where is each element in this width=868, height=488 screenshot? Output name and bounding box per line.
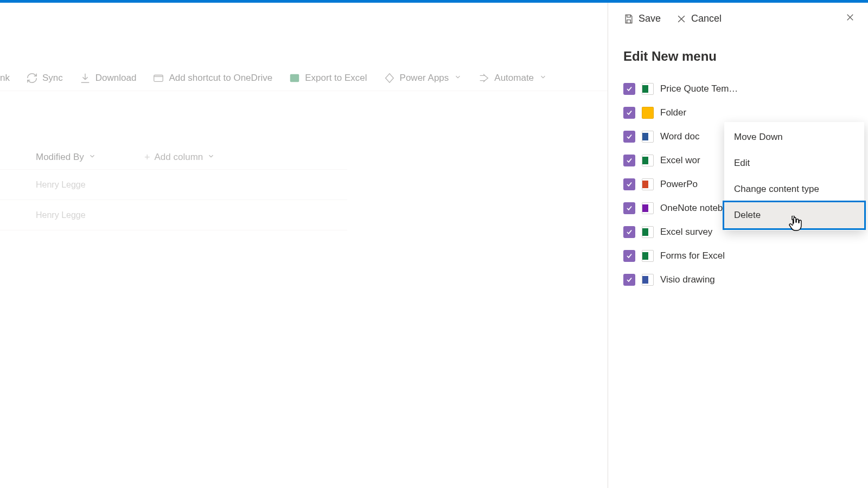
sync-icon (26, 72, 38, 84)
list-rows: Henry Legge Henry Legge (0, 169, 347, 230)
excel-file-icon (642, 250, 654, 262)
toolbar-download[interactable]: Download (76, 68, 140, 88)
toolbar-power-apps[interactable]: Power Apps (380, 68, 465, 88)
chevron-down-icon (88, 152, 96, 163)
table-row[interactable]: Henry Legge (0, 200, 347, 230)
save-button[interactable]: Save (623, 13, 661, 24)
menu-item-label: PowerPo (660, 179, 698, 190)
onenote-file-icon (642, 202, 654, 214)
menu-item[interactable]: Folder (623, 101, 853, 125)
menu-item-label: Word doc (660, 131, 699, 142)
menu-item[interactable]: Forms for Excel (623, 244, 853, 268)
chevron-down-icon (207, 152, 215, 163)
checkbox-checked[interactable] (623, 274, 635, 286)
svg-rect-0 (154, 75, 163, 81)
toolbar-automate[interactable]: Automate (475, 68, 550, 88)
add-column-label: Add column (155, 152, 203, 163)
toolbar-automate-label: Automate (494, 73, 534, 84)
chevron-down-icon (539, 73, 547, 84)
word-file-icon (642, 131, 654, 143)
column-modified-by[interactable]: Modified By (36, 152, 144, 163)
context-menu-item[interactable]: Delete (724, 202, 864, 228)
power-apps-icon (384, 72, 395, 84)
menu-item-label: Excel survey (660, 227, 712, 237)
visio-file-icon (642, 274, 654, 286)
excel-file-icon (642, 155, 654, 166)
save-label: Save (639, 13, 661, 24)
excel-file-icon (642, 226, 654, 238)
close-icon (676, 14, 687, 24)
edit-new-menu-panel: Save Cancel Edit New menu Price Quote Te… (608, 3, 868, 488)
table-row[interactable]: Henry Legge (0, 170, 347, 200)
menu-item-label: Visio drawing (660, 274, 715, 285)
panel-title: Edit New menu (608, 35, 868, 77)
toolbar-export-excel[interactable]: Export to Excel (285, 68, 370, 88)
checkbox-checked[interactable] (623, 178, 635, 190)
menu-item[interactable]: Price Quote Templa... (623, 77, 853, 101)
menu-item[interactable]: Visio drawing (623, 268, 853, 292)
panel-close-button[interactable] (845, 12, 855, 25)
context-menu-item[interactable]: Move Down (724, 124, 864, 150)
checkbox-checked[interactable] (623, 83, 635, 95)
cancel-label: Cancel (691, 13, 722, 24)
context-menu-item[interactable]: Change content type (724, 176, 864, 202)
cell-modified-by: Henry Legge (36, 210, 86, 220)
checkbox-checked[interactable] (623, 131, 635, 143)
menu-item-label: Folder (660, 107, 686, 118)
checkbox-checked[interactable] (623, 250, 635, 262)
toolbar-power-apps-label: Power Apps (400, 73, 449, 84)
toolbar-link-label: nk (0, 73, 10, 84)
context-menu-item[interactable]: Edit (724, 150, 864, 176)
menu-item-label: Forms for Excel (660, 251, 725, 261)
excel-file-icon (642, 83, 654, 95)
onedrive-shortcut-icon (152, 72, 164, 84)
toolbar-sync[interactable]: Sync (23, 68, 66, 88)
toolbar-sync-label: Sync (42, 73, 63, 84)
folder-file-icon (642, 107, 654, 119)
toolbar-link[interactable]: nk (0, 68, 13, 88)
cancel-button[interactable]: Cancel (676, 13, 722, 24)
toolbar-export-excel-label: Export to Excel (305, 73, 367, 84)
menu-item-label: Excel wor (660, 155, 700, 166)
menu-item-label: Price Quote Templa... (660, 84, 742, 94)
toolbar-add-shortcut[interactable]: Add shortcut to OneDrive (149, 68, 276, 88)
toolbar-add-shortcut-label: Add shortcut to OneDrive (169, 73, 272, 84)
add-column-button[interactable]: + Add column (144, 152, 215, 163)
plus-icon: + (144, 152, 150, 163)
chevron-down-icon (454, 73, 462, 84)
checkbox-checked[interactable] (623, 202, 635, 214)
checkbox-checked[interactable] (623, 226, 635, 238)
ppt-file-icon (642, 178, 654, 190)
automate-icon (478, 72, 490, 84)
column-modified-by-label: Modified By (36, 152, 84, 163)
excel-icon (289, 72, 301, 84)
context-menu: Move DownEditChange content typeDelete (724, 122, 864, 230)
save-icon (623, 14, 634, 24)
checkbox-checked[interactable] (623, 155, 635, 166)
checkbox-checked[interactable] (623, 107, 635, 119)
cell-modified-by: Henry Legge (36, 180, 86, 190)
download-icon (79, 72, 91, 84)
svg-rect-1 (290, 74, 299, 82)
toolbar-download-label: Download (95, 73, 137, 84)
